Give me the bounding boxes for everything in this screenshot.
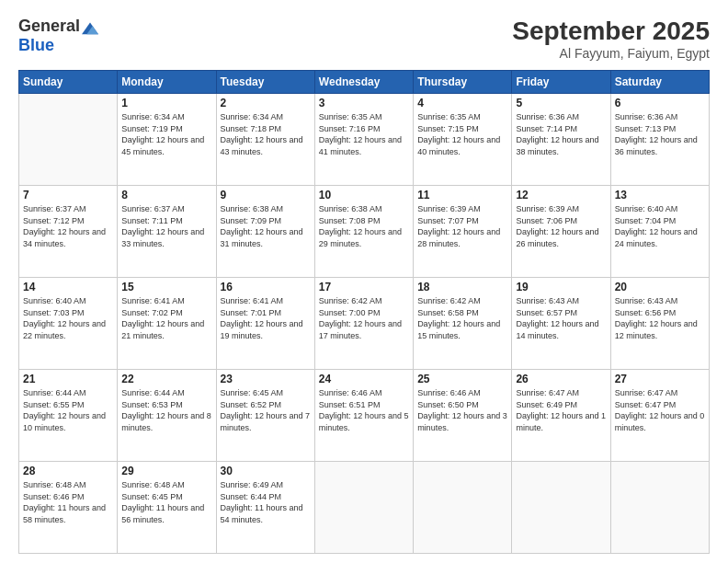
calendar-week-row: 7Sunrise: 6:37 AMSunset: 7:12 PMDaylight… bbox=[19, 186, 710, 278]
day-number: 14 bbox=[23, 281, 113, 293]
table-row: 6Sunrise: 6:36 AMSunset: 7:13 PMDaylight… bbox=[610, 94, 709, 186]
table-row: 22Sunrise: 6:44 AMSunset: 6:53 PMDayligh… bbox=[118, 370, 216, 462]
logo-general-text: General bbox=[18, 17, 80, 36]
cell-info: Sunrise: 6:43 AMSunset: 6:57 PMDaylight:… bbox=[516, 295, 606, 341]
cell-info: Sunrise: 6:48 AMSunset: 6:45 PMDaylight:… bbox=[121, 479, 211, 525]
day-number: 15 bbox=[121, 281, 211, 293]
day-number: 20 bbox=[615, 281, 705, 293]
cell-info: Sunrise: 6:39 AMSunset: 7:07 PMDaylight:… bbox=[417, 203, 507, 249]
cell-info: Sunrise: 6:41 AMSunset: 7:01 PMDaylight:… bbox=[221, 295, 311, 341]
table-row: 17Sunrise: 6:42 AMSunset: 7:00 PMDayligh… bbox=[314, 278, 413, 370]
cell-info: Sunrise: 6:36 AMSunset: 7:13 PMDaylight:… bbox=[615, 111, 705, 157]
table-row: 25Sunrise: 6:46 AMSunset: 6:50 PMDayligh… bbox=[414, 370, 512, 462]
day-number: 11 bbox=[417, 189, 507, 201]
table-row: 16Sunrise: 6:41 AMSunset: 7:01 PMDayligh… bbox=[216, 278, 314, 370]
weekday-header-row: Sunday Monday Tuesday Wednesday Thursday… bbox=[19, 71, 710, 94]
cell-info: Sunrise: 6:47 AMSunset: 6:49 PMDaylight:… bbox=[516, 387, 606, 433]
day-number: 4 bbox=[417, 97, 507, 109]
table-row bbox=[512, 462, 610, 554]
table-row: 20Sunrise: 6:43 AMSunset: 6:56 PMDayligh… bbox=[610, 278, 709, 370]
cell-info: Sunrise: 6:45 AMSunset: 6:52 PMDaylight:… bbox=[221, 387, 311, 433]
table-row: 15Sunrise: 6:41 AMSunset: 7:02 PMDayligh… bbox=[118, 278, 216, 370]
table-row: 27Sunrise: 6:47 AMSunset: 6:47 PMDayligh… bbox=[610, 370, 709, 462]
day-number: 6 bbox=[615, 97, 705, 109]
day-number: 10 bbox=[319, 189, 409, 201]
calendar-location: Al Fayyum, Faiyum, Egypt bbox=[512, 46, 710, 61]
calendar-week-row: 21Sunrise: 6:44 AMSunset: 6:55 PMDayligh… bbox=[19, 370, 710, 462]
table-row: 23Sunrise: 6:45 AMSunset: 6:52 PMDayligh… bbox=[216, 370, 314, 462]
table-row: 11Sunrise: 6:39 AMSunset: 7:07 PMDayligh… bbox=[414, 186, 512, 278]
table-row: 12Sunrise: 6:39 AMSunset: 7:06 PMDayligh… bbox=[512, 186, 610, 278]
day-number: 29 bbox=[121, 465, 211, 477]
table-row: 24Sunrise: 6:46 AMSunset: 6:51 PMDayligh… bbox=[314, 370, 413, 462]
day-number: 12 bbox=[516, 189, 606, 201]
cell-info: Sunrise: 6:48 AMSunset: 6:46 PMDaylight:… bbox=[23, 479, 113, 525]
day-number: 3 bbox=[319, 97, 409, 109]
cell-info: Sunrise: 6:34 AMSunset: 7:19 PMDaylight:… bbox=[121, 111, 211, 157]
cell-info: Sunrise: 6:39 AMSunset: 7:06 PMDaylight:… bbox=[516, 203, 606, 249]
day-number: 27 bbox=[615, 373, 705, 385]
day-number: 18 bbox=[417, 281, 507, 293]
day-number: 26 bbox=[516, 373, 606, 385]
table-row: 18Sunrise: 6:42 AMSunset: 6:58 PMDayligh… bbox=[414, 278, 512, 370]
day-number: 23 bbox=[221, 373, 311, 385]
cell-info: Sunrise: 6:47 AMSunset: 6:47 PMDaylight:… bbox=[615, 387, 705, 433]
table-row: 10Sunrise: 6:38 AMSunset: 7:08 PMDayligh… bbox=[314, 186, 413, 278]
cell-info: Sunrise: 6:46 AMSunset: 6:50 PMDaylight:… bbox=[417, 387, 507, 433]
cell-info: Sunrise: 6:46 AMSunset: 6:51 PMDaylight:… bbox=[319, 387, 409, 433]
day-number: 24 bbox=[319, 373, 409, 385]
cell-info: Sunrise: 6:37 AMSunset: 7:11 PMDaylight:… bbox=[121, 203, 211, 249]
calendar-week-row: 14Sunrise: 6:40 AMSunset: 7:03 PMDayligh… bbox=[19, 278, 710, 370]
header-sunday: Sunday bbox=[19, 71, 118, 94]
calendar-title: September 2025 bbox=[512, 17, 710, 46]
title-block: September 2025 Al Fayyum, Faiyum, Egypt bbox=[512, 17, 710, 61]
cell-info: Sunrise: 6:38 AMSunset: 7:09 PMDaylight:… bbox=[221, 203, 311, 249]
table-row: 30Sunrise: 6:49 AMSunset: 6:44 PMDayligh… bbox=[216, 462, 314, 554]
table-row: 8Sunrise: 6:37 AMSunset: 7:11 PMDaylight… bbox=[118, 186, 216, 278]
cell-info: Sunrise: 6:38 AMSunset: 7:08 PMDaylight:… bbox=[319, 203, 409, 249]
day-number: 5 bbox=[516, 97, 606, 109]
table-row bbox=[610, 462, 709, 554]
cell-info: Sunrise: 6:34 AMSunset: 7:18 PMDaylight:… bbox=[221, 111, 311, 157]
header-monday: Monday bbox=[118, 71, 216, 94]
header-saturday: Saturday bbox=[610, 71, 709, 94]
day-number: 13 bbox=[615, 189, 705, 201]
calendar-week-row: 1Sunrise: 6:34 AMSunset: 7:19 PMDaylight… bbox=[19, 94, 710, 186]
header-wednesday: Wednesday bbox=[314, 71, 413, 94]
table-row: 13Sunrise: 6:40 AMSunset: 7:04 PMDayligh… bbox=[610, 186, 709, 278]
day-number: 19 bbox=[516, 281, 606, 293]
cell-info: Sunrise: 6:42 AMSunset: 6:58 PMDaylight:… bbox=[417, 295, 507, 341]
cell-info: Sunrise: 6:43 AMSunset: 6:56 PMDaylight:… bbox=[615, 295, 705, 341]
table-row: 1Sunrise: 6:34 AMSunset: 7:19 PMDaylight… bbox=[118, 94, 216, 186]
table-row: 21Sunrise: 6:44 AMSunset: 6:55 PMDayligh… bbox=[19, 370, 118, 462]
cell-info: Sunrise: 6:44 AMSunset: 6:55 PMDaylight:… bbox=[23, 387, 113, 433]
day-number: 22 bbox=[121, 373, 211, 385]
header: General Blue September 2025 Al Fayyum, F… bbox=[18, 17, 710, 61]
table-row bbox=[19, 94, 118, 186]
cell-info: Sunrise: 6:35 AMSunset: 7:16 PMDaylight:… bbox=[319, 111, 409, 157]
table-row: 4Sunrise: 6:35 AMSunset: 7:15 PMDaylight… bbox=[414, 94, 512, 186]
day-number: 1 bbox=[121, 97, 211, 109]
table-row: 28Sunrise: 6:48 AMSunset: 6:46 PMDayligh… bbox=[19, 462, 118, 554]
day-number: 21 bbox=[23, 373, 113, 385]
table-row: 2Sunrise: 6:34 AMSunset: 7:18 PMDaylight… bbox=[216, 94, 314, 186]
calendar-week-row: 28Sunrise: 6:48 AMSunset: 6:46 PMDayligh… bbox=[19, 462, 710, 554]
cell-info: Sunrise: 6:49 AMSunset: 6:44 PMDaylight:… bbox=[221, 479, 311, 525]
header-thursday: Thursday bbox=[414, 71, 512, 94]
cell-info: Sunrise: 6:42 AMSunset: 7:00 PMDaylight:… bbox=[319, 295, 409, 341]
cell-info: Sunrise: 6:37 AMSunset: 7:12 PMDaylight:… bbox=[23, 203, 113, 249]
day-number: 25 bbox=[417, 373, 507, 385]
day-number: 2 bbox=[221, 97, 311, 109]
cell-info: Sunrise: 6:40 AMSunset: 7:04 PMDaylight:… bbox=[615, 203, 705, 249]
day-number: 16 bbox=[221, 281, 311, 293]
day-number: 28 bbox=[23, 465, 113, 477]
table-row: 14Sunrise: 6:40 AMSunset: 7:03 PMDayligh… bbox=[19, 278, 118, 370]
day-number: 9 bbox=[221, 189, 311, 201]
header-friday: Friday bbox=[512, 71, 610, 94]
logo-icon bbox=[82, 19, 98, 36]
table-row bbox=[414, 462, 512, 554]
table-row bbox=[314, 462, 413, 554]
table-row: 29Sunrise: 6:48 AMSunset: 6:45 PMDayligh… bbox=[118, 462, 216, 554]
cell-info: Sunrise: 6:35 AMSunset: 7:15 PMDaylight:… bbox=[417, 111, 507, 157]
logo-blue-text: Blue bbox=[18, 36, 54, 55]
